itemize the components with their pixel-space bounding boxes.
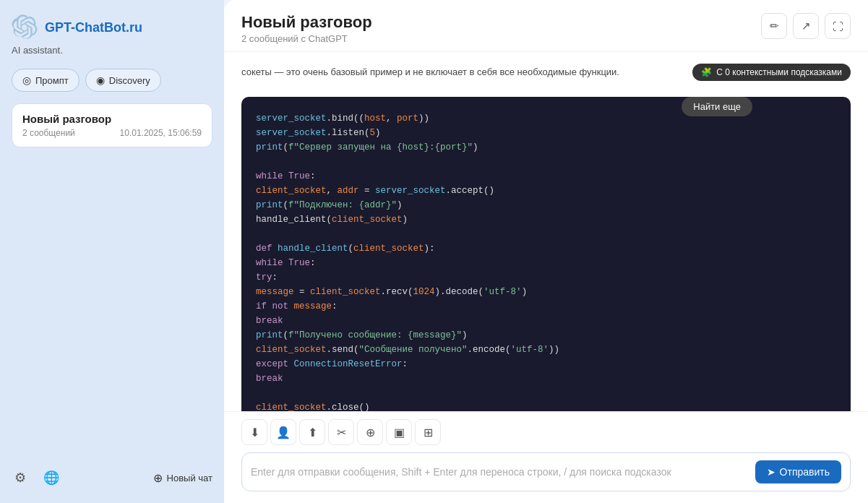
plus-icon: ⊕ <box>153 471 163 485</box>
message-count: 2 сообщений <box>22 128 75 138</box>
add-button[interactable]: ⊕ <box>357 419 383 445</box>
edit-icon: ✏ <box>770 20 779 33</box>
conversation-item[interactable]: Новый разговор 2 сообщений 10.01.2025, 1… <box>12 103 212 147</box>
header-text: Новый разговор 2 сообщений с ChatGPT <box>241 13 372 44</box>
chat-input[interactable] <box>251 466 748 478</box>
logo-area: GPT-ChatBot.ru <box>12 14 212 40</box>
openai-logo-icon <box>12 14 38 40</box>
edit-button[interactable]: ✏ <box>761 13 787 39</box>
header-subtitle: 2 сообщений с ChatGPT <box>241 33 372 44</box>
upload-icon: ⬆ <box>308 426 317 439</box>
sidebar: GPT-ChatBot.ru AI assistant. ◎ Промпт ◉ … <box>0 0 224 503</box>
sidebar-subtitle: AI assistant. <box>12 45 212 56</box>
discovery-icon: ◉ <box>96 74 105 86</box>
main-header: Новый разговор 2 сообщений с ChatGPT ✏ ↗… <box>224 0 868 52</box>
scissors-button[interactable]: ✂ <box>328 419 354 445</box>
share-icon: ↗ <box>802 20 811 33</box>
sidebar-bottom: ⚙ 🌐 ⊕ Новый чат <box>12 467 212 489</box>
chat-area[interactable]: сокеты — это очень базовый пример и не в… <box>224 52 868 411</box>
new-chat-button[interactable]: ⊕ Новый чат <box>153 471 212 485</box>
image-button[interactable]: ▣ <box>386 419 412 445</box>
input-wrapper: ➤ Отправить <box>241 452 851 491</box>
chat-toolbar: ⬇ 👤 ⬆ ✂ ⊕ ▣ ⊞ <box>224 411 868 452</box>
bottom-left-icons: ⚙ 🌐 <box>12 467 62 489</box>
context-hint: 🧩 С 0 контекстными подсказками <box>692 64 851 81</box>
page-title: Новый разговор <box>241 13 372 32</box>
grid-icon: ⊞ <box>424 426 433 439</box>
scissors-icon: ✂ <box>337 426 346 439</box>
send-icon: ➤ <box>767 466 775 478</box>
discovery-button[interactable]: ◉ Discovery <box>85 69 161 92</box>
logo-text[interactable]: GPT-ChatBot.ru <box>45 20 142 35</box>
upload-button[interactable]: ⬆ <box>299 419 325 445</box>
settings-button[interactable]: ⚙ <box>12 467 29 489</box>
globe-button[interactable]: 🌐 <box>40 467 62 489</box>
input-area: ➤ Отправить <box>224 452 868 503</box>
prompt-icon: ◎ <box>22 74 31 86</box>
send-button[interactable]: ➤ Отправить <box>755 460 841 483</box>
main-content: Новый разговор 2 сообщений с ChatGPT ✏ ↗… <box>224 0 868 503</box>
user-button[interactable]: 👤 <box>270 419 296 445</box>
conversation-title: Новый разговор <box>22 113 202 125</box>
send-label: Отправить <box>780 466 830 478</box>
prompt-label: Промпт <box>35 75 69 86</box>
scroll-down-icon: ⬇ <box>250 426 259 439</box>
add-icon: ⊕ <box>366 426 375 439</box>
share-button[interactable]: ↗ <box>793 13 819 39</box>
sidebar-nav-buttons: ◎ Промпт ◉ Discovery <box>12 69 212 92</box>
header-actions: ✏ ↗ ⛶ <box>761 13 851 39</box>
fullscreen-icon: ⛶ <box>833 20 843 33</box>
conversation-timestamp: 10.01.2025, 15:06:59 <box>120 128 202 138</box>
discovery-label: Discovery <box>109 75 150 86</box>
scroll-down-button[interactable]: ⬇ <box>241 419 267 445</box>
message-intro: сокеты — это очень базовый пример и не в… <box>241 65 619 79</box>
context-hint-text: С 0 контекстными подсказками <box>716 67 842 77</box>
code-block: server_socket.bind((host, port)) server_… <box>241 97 851 411</box>
image-icon: ▣ <box>394 426 405 439</box>
new-chat-label: Новый чат <box>167 473 212 483</box>
prompt-button[interactable]: ◎ Промпт <box>12 69 80 92</box>
find-more-button[interactable]: Найти еще <box>682 97 752 116</box>
context-icon: 🧩 <box>701 67 712 77</box>
user-icon: 👤 <box>276 426 291 439</box>
conversation-meta: 2 сообщений 10.01.2025, 15:06:59 <box>22 128 202 138</box>
grid-button[interactable]: ⊞ <box>415 419 441 445</box>
fullscreen-button[interactable]: ⛶ <box>825 13 851 39</box>
